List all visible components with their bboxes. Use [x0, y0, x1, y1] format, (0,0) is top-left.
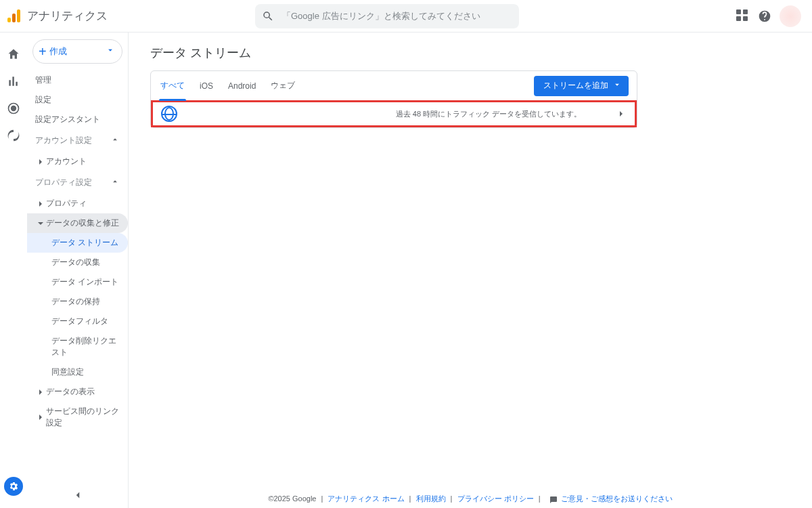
triangle-icon: [39, 201, 42, 207]
side-data-collect-fix[interactable]: データの収集と修正: [27, 213, 128, 233]
search-input[interactable]: 「Google 広告にリンク」と検索してみてください: [255, 4, 519, 28]
side-data-streams[interactable]: データ ストリーム: [27, 233, 128, 253]
triangle-icon: [39, 159, 42, 165]
triangle-icon: [39, 389, 42, 395]
stream-row[interactable]: 過去 48 時間にトラフィック データを受信しています。: [151, 100, 637, 127]
analytics-logo-icon: [5, 8, 22, 24]
side-data-display[interactable]: データの表示: [27, 382, 128, 402]
rail-explore[interactable]: [0, 95, 27, 122]
svg-rect-0: [7, 18, 11, 22]
home-icon: [7, 47, 20, 61]
side-assistant[interactable]: 設定アシスタント: [27, 110, 128, 129]
bar-chart-icon: [7, 75, 20, 88]
add-stream-button[interactable]: ストリームを追加: [534, 76, 629, 96]
globe-icon: [161, 106, 177, 122]
streams-tabs: すべて iOS Android ウェブ ストリームを追加: [151, 71, 637, 101]
create-label: 作成: [49, 45, 67, 58]
side-admin[interactable]: 管理: [27, 70, 128, 90]
collapse-sidebar-button[interactable]: [27, 489, 128, 501]
rail-admin[interactable]: [0, 473, 27, 500]
rail-reports[interactable]: [0, 68, 27, 95]
side-account[interactable]: アカウント: [27, 152, 128, 171]
tab-all[interactable]: すべて: [159, 71, 186, 100]
feedback-icon: [549, 495, 558, 504]
gear-icon: [8, 481, 19, 492]
side-data-import[interactable]: データ インポート: [27, 272, 128, 292]
stream-status: 過去 48 時間にトラフィック データを受信しています。: [396, 109, 608, 119]
svg-rect-1: [12, 14, 16, 22]
side-data-filter[interactable]: データフィルタ: [27, 312, 128, 331]
product-name: アナリティクス: [27, 8, 108, 24]
search-placeholder: 「Google 広告にリンク」と検索してみてください: [282, 10, 480, 22]
target-icon: [7, 102, 20, 115]
avatar[interactable]: [780, 5, 801, 27]
chevron-left-icon: [72, 489, 84, 501]
footer-home-link[interactable]: アナリティクス ホーム: [328, 494, 404, 503]
side-data-collection[interactable]: データの収集: [27, 253, 128, 272]
footer-privacy-link[interactable]: プライバシー ポリシー: [457, 494, 534, 503]
side-service-links[interactable]: サービス間のリンク設定: [27, 402, 128, 433]
section-property-settings[interactable]: プロパティ設定: [27, 171, 128, 194]
triangle-icon: [38, 222, 43, 225]
logo-area: アナリティクス: [5, 8, 108, 24]
chevron-right-icon: [616, 108, 627, 119]
rail-home[interactable]: [0, 41, 27, 68]
apps-icon[interactable]: [736, 9, 750, 23]
tab-android[interactable]: Android: [227, 71, 257, 100]
section-account-settings[interactable]: アカウント設定: [27, 129, 128, 152]
search-icon: [262, 10, 274, 22]
icon-rail: [0, 33, 27, 508]
help-icon[interactable]: [758, 9, 771, 23]
tab-web[interactable]: ウェブ: [269, 71, 296, 100]
side-delete-request[interactable]: データ削除リクエスト: [27, 331, 128, 362]
streams-card: すべて iOS Android ウェブ ストリームを追加 過去 48 時間にトラ…: [150, 70, 637, 128]
main-content: データ ストリーム すべて iOS Android ウェブ ストリームを追加 過: [129, 33, 812, 508]
tab-ios[interactable]: iOS: [198, 71, 215, 100]
rail-ads[interactable]: [0, 122, 27, 149]
caret-down-icon: [106, 45, 115, 58]
create-button[interactable]: + 作成: [32, 39, 122, 64]
svg-rect-2: [17, 9, 20, 22]
page-title: データ ストリーム: [129, 33, 812, 70]
side-consent-settings[interactable]: 同意設定: [27, 362, 128, 382]
app-header: アナリティクス 「Google 広告にリンク」と検索してみてください: [0, 0, 812, 33]
footer-tos-link[interactable]: 利用規約: [416, 494, 446, 503]
side-data-retention[interactable]: データの保持: [27, 292, 128, 312]
admin-sidebar: + 作成 管理 設定 設定アシスタント アカウント設定 アカウント プロパティ設…: [27, 33, 129, 508]
triangle-icon: [39, 415, 42, 420]
swirl-icon: [7, 129, 20, 142]
footer-feedback-link[interactable]: ご意見・ご感想をお送りください: [561, 494, 673, 503]
side-settings[interactable]: 設定: [27, 90, 128, 110]
caret-down-icon: [612, 80, 622, 91]
chevron-up-icon: [110, 177, 120, 188]
account-selector[interactable]: [120, 10, 242, 22]
side-property[interactable]: プロパティ: [27, 194, 128, 213]
chevron-up-icon: [110, 135, 120, 146]
footer: ©2025 Google | アナリティクス ホーム | 利用規約 | プライバ…: [129, 494, 812, 504]
